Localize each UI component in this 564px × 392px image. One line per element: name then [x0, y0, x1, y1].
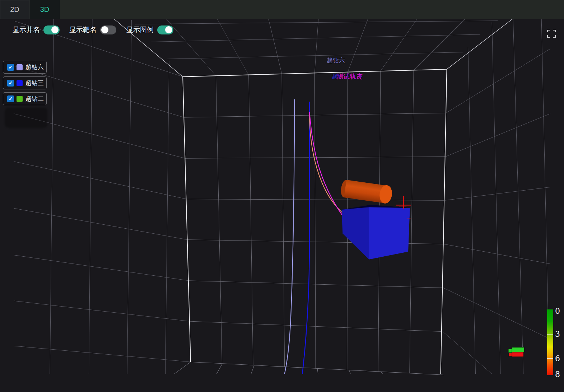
- legend-item-well-2[interactable]: ✓ 趟钻二: [3, 92, 47, 105]
- toggle-knob: [165, 26, 172, 33]
- depth-colorbar: 0 3 6 8: [547, 309, 553, 375]
- color-swatch: [17, 80, 23, 86]
- toggle-group-legend: 显示图例: [126, 25, 173, 34]
- colorbar-tick: [547, 334, 553, 335]
- toggle-label-well-names: 显示井名: [13, 25, 40, 34]
- fullscreen-corner: [547, 35, 550, 38]
- mini-target-object: [508, 347, 525, 357]
- well-3d-viewer: 2D 3D 显示井名 显示靶名 显示图例 ✓ 趟钻六 ✓ 趟钻三 ✓: [0, 0, 564, 392]
- color-swatch: [17, 64, 23, 70]
- fullscreen-corner: [547, 30, 550, 32]
- colorbar-label-3: 3: [555, 330, 560, 338]
- tab-bar: 2D 3D: [0, 0, 564, 19]
- cylinder-marker: [340, 179, 393, 205]
- trajectory-label-test: 测试轨迹: [337, 72, 363, 81]
- legend-item-well-3[interactable]: ✓ 趟钻三: [3, 76, 47, 89]
- color-swatch: [17, 96, 23, 102]
- fullscreen-corner: [553, 30, 556, 32]
- fullscreen-icon[interactable]: [547, 30, 556, 38]
- toggle-group-well-names: 显示井名: [13, 25, 60, 34]
- display-toolbar: 显示井名 显示靶名 显示图例: [0, 25, 201, 41]
- colorbar-label-8: 8: [555, 370, 560, 378]
- toggle-knob: [101, 26, 108, 33]
- fullscreen-corner: [553, 35, 556, 38]
- legend-item-label: 趟钻二: [25, 95, 44, 103]
- toggle-group-target-names: 显示靶名: [69, 25, 116, 34]
- legend-panel: ✓ 趟钻六 ✓ 趟钻三 ✓ 趟钻二: [3, 61, 47, 108]
- tab-2d[interactable]: 2D: [0, 0, 29, 19]
- colorbar-tick: [547, 358, 553, 359]
- panel-shadow: [5, 108, 47, 128]
- well-label-6: 趟钻六: [327, 56, 345, 65]
- colorbar-label-0: 0: [555, 307, 560, 315]
- toggle-knob: [51, 26, 59, 33]
- toggle-target-names[interactable]: [100, 25, 116, 34]
- wireframe-grid: [0, 19, 564, 392]
- toggle-well-names[interactable]: [43, 25, 60, 34]
- legend-item-label: 趟钻六: [25, 63, 44, 71]
- legend-item-well-6[interactable]: ✓ 趟钻六: [3, 61, 47, 74]
- checkbox-checked-icon[interactable]: ✓: [7, 80, 14, 87]
- scene-viewport[interactable]: [0, 19, 564, 392]
- colorbar-label-6: 6: [555, 355, 560, 363]
- toggle-legend[interactable]: [157, 25, 173, 34]
- legend-item-label: 趟钻三: [25, 79, 44, 87]
- toggle-label-target-names: 显示靶名: [69, 25, 97, 34]
- toggle-label-legend: 显示图例: [126, 25, 154, 34]
- checkbox-checked-icon[interactable]: ✓: [7, 95, 14, 102]
- checkbox-checked-icon[interactable]: ✓: [7, 64, 14, 71]
- tab-3d[interactable]: 3D: [29, 0, 60, 19]
- trajectory-lines: [285, 99, 345, 374]
- target-box: [342, 205, 410, 260]
